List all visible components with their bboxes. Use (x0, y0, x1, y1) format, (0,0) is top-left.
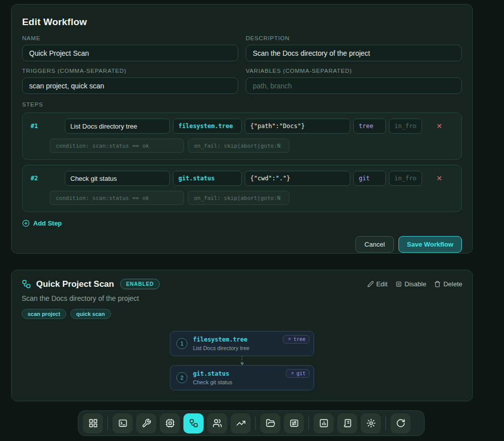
disable-workflow-button[interactable]: Disable (395, 280, 426, 288)
description-input[interactable] (246, 45, 462, 61)
toolbar-divider (255, 417, 256, 430)
toolbar-divider (385, 417, 386, 430)
step-1-onfail-input[interactable] (188, 139, 289, 153)
arrow-up-right-icon (287, 337, 291, 342)
step-1-condition-input[interactable] (50, 139, 184, 153)
step-1-remove-button[interactable]: ✕ (436, 122, 442, 130)
triggers-input[interactable] (22, 77, 238, 94)
status-badge: ENABLED (120, 279, 160, 289)
cpu-icon[interactable] (160, 413, 180, 433)
pause-square-icon (395, 281, 402, 287)
pipelines-toggles-icon[interactable] (284, 413, 304, 433)
trigger-tag: scan project (22, 309, 66, 319)
workflow-description: Scan the Docs directory of the project (22, 294, 462, 302)
step-number-badge: 2 (176, 372, 187, 383)
description-field-group: DESCRIPTION (246, 35, 462, 61)
toolbar-divider (108, 417, 108, 430)
workflow-card-title: Quick Project Scan (36, 279, 114, 289)
workflow-icon[interactable] (183, 413, 204, 433)
apps-grid-icon[interactable] (83, 413, 103, 433)
editor-fields: NAME DESCRIPTION TRIGGERS (COMMA-SEPARAT… (22, 35, 462, 94)
step-2-index: #2 (29, 175, 62, 182)
name-field-group: NAME (22, 35, 238, 61)
step-1-tool-input[interactable] (173, 119, 242, 134)
step-2-args-input[interactable] (245, 171, 350, 186)
workflow-card: Quick Project Scan ENABLED Edit Disable … (11, 270, 473, 401)
trigger-tag: quick scan (70, 309, 111, 319)
add-step-button[interactable]: Add Step (22, 219, 62, 227)
flow-node-1[interactable]: 1 filesystem.tree List Docs directory tr… (170, 331, 314, 356)
variables-input[interactable] (246, 77, 462, 94)
step-2-name-input[interactable] (65, 171, 170, 186)
activity-chart-icon[interactable] (231, 413, 251, 433)
delete-workflow-button[interactable]: Delete (434, 280, 462, 288)
step-row-2: #2 ✕ (22, 165, 462, 212)
editor-title: Edit Workflow (22, 17, 462, 28)
step-2-onfail-input[interactable] (188, 191, 289, 205)
node-tool-name: filesystem.tree (193, 336, 249, 343)
refresh-icon[interactable] (390, 413, 411, 433)
step-1-out-input[interactable] (353, 119, 386, 134)
media-chart-square-icon[interactable] (314, 413, 334, 433)
node-step-name: Check git status (193, 379, 232, 385)
logs-scroll-icon[interactable] (337, 413, 357, 433)
workflow-icon (22, 279, 31, 289)
step-2-infrom-input[interactable] (389, 171, 422, 186)
steps-label: STEPS (22, 101, 462, 107)
variables-field-group: VARIABLES (COMMA-SEPARATED) (246, 68, 462, 94)
step-row-1: #1 ✕ (22, 113, 462, 160)
step-1-args-input[interactable] (245, 119, 350, 134)
step-2-tool-input[interactable] (173, 171, 242, 186)
output-var-badge: git (286, 369, 310, 378)
delete-label: Delete (443, 280, 462, 288)
name-input[interactable] (22, 45, 238, 61)
output-var-label: git (296, 371, 306, 376)
triggers-label: TRIGGERS (COMMA-SEPARATED) (22, 68, 238, 74)
step-number-badge: 1 (176, 338, 187, 349)
folder-open-icon[interactable] (260, 413, 280, 433)
flow-connector-line (242, 356, 242, 363)
description-label: DESCRIPTION (246, 35, 462, 41)
edit-label: Edit (376, 280, 387, 288)
pencil-icon (367, 281, 374, 287)
arrow-up-right-icon (290, 371, 294, 376)
step-2-out-input[interactable] (353, 171, 386, 186)
name-label: NAME (22, 35, 238, 41)
node-tool-name: git.status (193, 370, 232, 377)
node-step-name: List Docs directory tree (193, 345, 249, 351)
step-1-name-input[interactable] (65, 119, 170, 134)
edit-workflow-panel: Edit Workflow NAME DESCRIPTION TRIGGERS … (11, 4, 473, 254)
variables-label: VARIABLES (COMMA-SEPARATED) (246, 68, 462, 74)
cancel-button[interactable]: Cancel (355, 236, 393, 253)
flow-node-2[interactable]: 2 git.status Check git status git (170, 365, 314, 390)
add-step-label: Add Step (33, 219, 62, 227)
output-var-badge: tree (283, 335, 310, 344)
step-1-infrom-input[interactable] (389, 119, 422, 134)
trash-icon (434, 281, 441, 287)
step-2-condition-input[interactable] (50, 191, 184, 205)
circle-plus-icon (22, 219, 30, 227)
wrench-icon[interactable] (136, 413, 156, 433)
output-var-label: tree (293, 337, 306, 342)
step-1-index: #1 (29, 123, 62, 130)
step-2-remove-button[interactable]: ✕ (436, 174, 442, 182)
save-workflow-button[interactable]: Save Workflow (398, 236, 462, 253)
bottom-dock (78, 410, 425, 436)
workflow-flow-diagram: 1 filesystem.tree List Docs directory tr… (22, 331, 462, 390)
triggers-field-group: TRIGGERS (COMMA-SEPARATED) (22, 68, 238, 94)
toolbar-divider (309, 417, 309, 430)
terminal-icon[interactable] (113, 413, 133, 433)
settings-gear-icon[interactable] (361, 413, 381, 433)
agents-users-icon[interactable] (207, 413, 227, 433)
edit-workflow-button[interactable]: Edit (367, 280, 387, 288)
disable-label: Disable (405, 280, 426, 288)
